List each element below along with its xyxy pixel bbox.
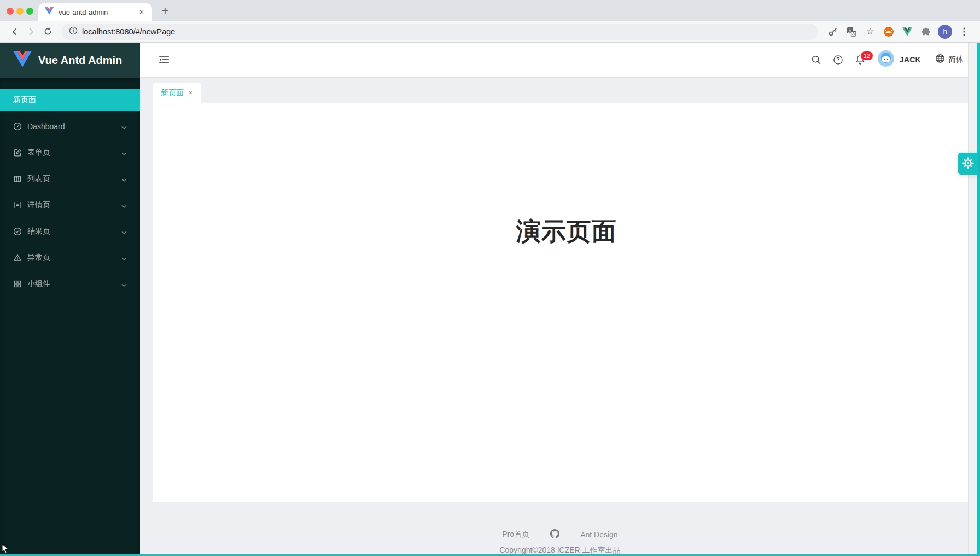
widgets-icon [13, 280, 22, 288]
page-tab-label: 新页面 [161, 88, 184, 98]
chevron-down-icon [121, 148, 127, 157]
sidebar-item-label: 异常页 [27, 253, 121, 263]
vue-favicon-icon [45, 7, 54, 17]
sidebar-item-label: 列表页 [27, 174, 121, 184]
app-title: Vue Antd Admin [38, 54, 122, 67]
footer-link-ant-design[interactable]: Ant Design [580, 530, 617, 539]
app-root: Vue Antd Admin 新页面 Dashboard [0, 43, 980, 556]
table-icon [13, 175, 22, 183]
browser-toolbar: localhost:8080/#/newPage 文A ☆ h [0, 21, 980, 43]
user-name: JACK [900, 55, 921, 64]
sidebar-item-exception[interactable]: 异常页 [0, 247, 140, 269]
sidebar-item-label: 详情页 [27, 200, 121, 210]
translate-icon[interactable]: 文A [844, 24, 859, 39]
page-tabbar: 新页面 × [140, 77, 980, 103]
scrollbar-track[interactable] [968, 43, 977, 556]
macos-minimize-button[interactable] [16, 8, 24, 15]
page-tab-close-icon[interactable]: × [189, 89, 193, 97]
browser-tabstrip: vue-antd-admin × + [0, 0, 980, 21]
notification-bell-icon[interactable]: 12 [850, 50, 870, 70]
browser-tab-title: vue-antd-admin [59, 8, 137, 16]
sidebar-menu: 新页面 Dashboard 表单页 [0, 78, 140, 556]
page-title: 演示页面 [153, 103, 980, 248]
macos-zoom-button[interactable] [26, 8, 33, 15]
help-icon[interactable] [829, 50, 848, 70]
chevron-down-icon [121, 280, 127, 288]
language-label: 简体 [948, 55, 964, 65]
chevron-down-icon [121, 227, 127, 236]
globe-icon [935, 54, 945, 66]
vue-devtools-icon[interactable] [900, 24, 915, 39]
profile-icon [13, 201, 22, 210]
mouse-cursor [2, 543, 9, 556]
sidebar-item-form[interactable]: 表单页 [0, 142, 140, 164]
browser-tab[interactable]: vue-antd-admin × [38, 3, 152, 21]
content-card: 演示页面 [153, 103, 980, 502]
sidebar-item-label: 表单页 [27, 148, 121, 158]
chevron-down-icon [121, 122, 127, 131]
chevron-down-icon [121, 175, 127, 183]
notification-badge: 12 [860, 51, 873, 61]
settings-button[interactable] [958, 153, 978, 175]
language-switch[interactable]: 简体 [935, 54, 964, 66]
new-tab-button[interactable]: + [158, 4, 173, 19]
browser-tab-close-icon[interactable]: × [137, 7, 147, 17]
chrome-profile-avatar[interactable]: h [938, 25, 952, 39]
user-menu[interactable]: JACK [878, 50, 921, 69]
url-bar[interactable]: localhost:8080/#/newPage [61, 24, 818, 40]
header-actions: 12 JACK 简体 [807, 50, 964, 70]
main-area: 12 JACK 简体 [140, 43, 980, 556]
extension-orange-icon[interactable] [881, 24, 896, 39]
sidebar-item-widgets[interactable]: 小组件 [0, 273, 140, 295]
sidebar-item-result[interactable]: 结果页 [0, 221, 140, 242]
sidebar-logo[interactable]: Vue Antd Admin [0, 43, 140, 78]
page-info-icon[interactable] [69, 26, 78, 37]
svg-text:A: A [852, 31, 855, 36]
bookmark-star-icon[interactable]: ☆ [862, 24, 878, 39]
menu-fold-icon[interactable] [155, 50, 173, 69]
chrome-menu-icon[interactable] [956, 24, 972, 39]
sidebar-item-new-page[interactable]: 新页面 [0, 89, 140, 111]
dashboard-icon [13, 122, 22, 131]
sidebar-item-list[interactable]: 列表页 [0, 168, 140, 190]
user-avatar [878, 50, 894, 69]
macos-close-button[interactable] [7, 8, 14, 15]
extensions-puzzle-icon[interactable] [918, 24, 934, 39]
footer-links: Pro首页 Ant Design [502, 529, 617, 540]
chevron-down-icon [121, 201, 127, 210]
reload-icon[interactable] [39, 24, 56, 40]
settings-drawer-edge [977, 43, 980, 556]
gear-icon [962, 157, 974, 171]
url-text[interactable]: localhost:8080/#/newPage [82, 27, 175, 36]
sidebar-item-label: 新页面 [13, 95, 127, 105]
search-icon[interactable] [807, 50, 826, 70]
browser-window: vue-antd-admin × + localhost:8080/#/newP… [0, 0, 980, 556]
page-tab-new-page[interactable]: 新页面 × [153, 83, 201, 103]
page-body: 新页面 × 演示页面 Pro首页 Ant Design Copy [140, 77, 980, 556]
sidebar: Vue Antd Admin 新页面 Dashboard [0, 43, 140, 556]
vue-logo-icon [13, 51, 32, 70]
password-key-icon[interactable] [825, 24, 841, 39]
sidebar-item-label: Dashboard [27, 122, 121, 131]
sidebar-item-label: 小组件 [27, 279, 121, 289]
app-footer: Pro首页 Ant Design Copyright©2018 ICZER 工作… [140, 502, 980, 555]
check-circle-icon [13, 227, 22, 236]
back-icon[interactable] [7, 24, 23, 40]
sidebar-item-dashboard[interactable]: Dashboard [0, 115, 140, 137]
sidebar-item-detail[interactable]: 详情页 [0, 194, 140, 216]
github-icon[interactable] [550, 529, 559, 540]
warning-triangle-icon [13, 253, 22, 262]
sidebar-item-label: 结果页 [27, 227, 121, 236]
forward-icon[interactable] [23, 24, 39, 40]
footer-link-pro[interactable]: Pro首页 [502, 530, 529, 540]
app-header: 12 JACK 简体 [140, 43, 980, 77]
form-icon [13, 148, 22, 157]
chevron-down-icon [121, 253, 127, 262]
